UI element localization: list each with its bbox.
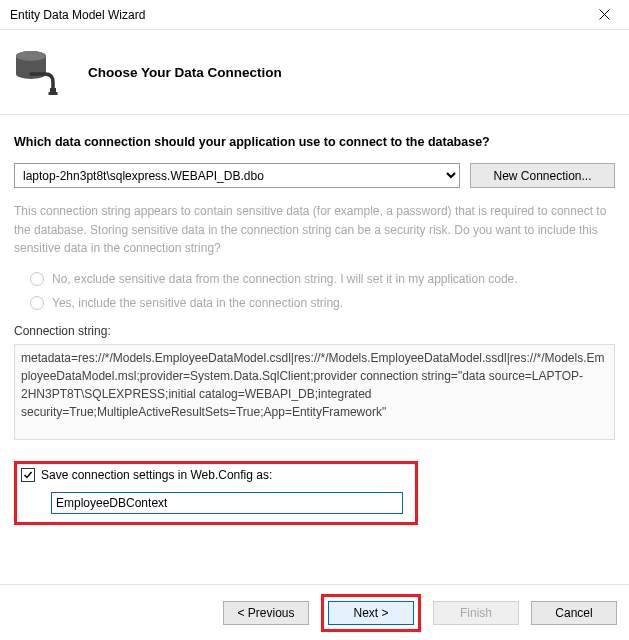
save-settings-highlight: Save connection settings in Web.Config a… [14, 461, 418, 525]
close-icon [599, 9, 610, 20]
next-button[interactable]: Next > [328, 601, 414, 625]
next-button-highlight: Next > [321, 594, 421, 632]
config-name-input[interactable] [51, 492, 403, 514]
checkmark-icon [23, 470, 33, 480]
database-icon [14, 44, 70, 100]
include-sensitive-radio: Yes, include the sensitive data in the c… [30, 296, 615, 310]
connection-select[interactable]: laptop-2hn3pt8t\sqlexpress.WEBAPI_DB.dbo [14, 163, 460, 188]
prompt-text: Which data connection should your applic… [14, 135, 615, 149]
radio-icon [30, 296, 44, 310]
close-button[interactable] [581, 0, 627, 30]
exclude-sensitive-radio: No, exclude sensitive data from the conn… [30, 272, 615, 286]
sensitive-explain: This connection string appears to contai… [14, 202, 615, 258]
save-settings-label: Save connection settings in Web.Config a… [41, 468, 272, 482]
connection-string-box[interactable]: metadata=res://*/Models.EmployeeDataMode… [14, 344, 615, 440]
cancel-button[interactable]: Cancel [531, 601, 617, 625]
svg-point-3 [16, 51, 46, 61]
svg-rect-4 [50, 88, 56, 92]
svg-rect-5 [49, 92, 58, 95]
include-sensitive-label: Yes, include the sensitive data in the c… [52, 296, 343, 310]
save-settings-checkbox[interactable] [21, 468, 35, 482]
connection-string-label: Connection string: [14, 324, 615, 338]
exclude-sensitive-label: No, exclude sensitive data from the conn… [52, 272, 518, 286]
finish-button: Finish [433, 601, 519, 625]
new-connection-button[interactable]: New Connection... [470, 163, 615, 188]
page-title: Choose Your Data Connection [88, 65, 282, 80]
window-title: Entity Data Model Wizard [10, 8, 581, 22]
previous-button[interactable]: < Previous [223, 601, 309, 625]
radio-icon [30, 272, 44, 286]
